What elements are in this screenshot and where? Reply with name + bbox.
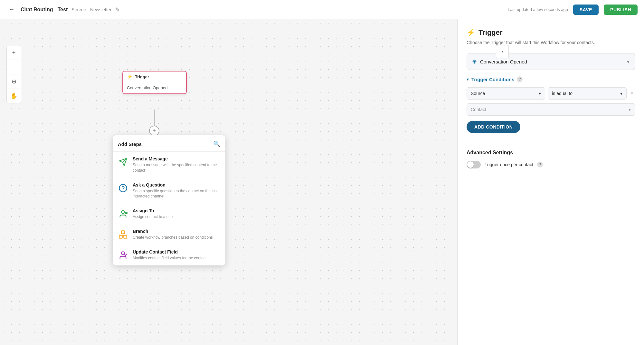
- right-panel: ⚡ Trigger Choose the Trigger that will s…: [457, 19, 644, 345]
- trigger-conditions-label: Trigger Conditions: [471, 77, 514, 82]
- panel-description: Choose the Trigger that will start this …: [467, 39, 635, 46]
- workflow-canvas: + − ⊕ ✋ › ⚡ Trigger Conversation Opened …: [0, 19, 509, 345]
- edit-icon[interactable]: ✎: [115, 6, 119, 13]
- workspace-subtitle: Serene - Newsletter: [71, 7, 111, 12]
- hand-tool-button[interactable]: ✋: [8, 90, 20, 102]
- trigger-node-title: Trigger: [135, 74, 149, 79]
- publish-button[interactable]: PUBLISH: [604, 5, 638, 15]
- toggle-knob: [467, 161, 474, 168]
- trigger-node-header: ⚡ Trigger: [123, 72, 186, 82]
- list-item[interactable]: Ask a Question Send a specific question …: [113, 178, 225, 204]
- add-steps-title: Add Steps: [118, 141, 142, 147]
- equals-label: is equal to: [552, 91, 573, 96]
- list-item[interactable]: Assign To Assign contact to a user: [113, 204, 225, 224]
- trigger-node-body: Conversation Opened: [123, 82, 186, 93]
- branch-content: Branch Create workflow branches based on…: [133, 229, 220, 240]
- assign-to-desc: Assign contact to a user: [133, 214, 220, 220]
- controls-divider: [8, 60, 20, 60]
- source-chevron-icon: ▾: [539, 91, 541, 96]
- trigger-node[interactable]: ⚡ Trigger Conversation Opened: [122, 71, 187, 94]
- toggle-label: Trigger once per contact: [485, 162, 533, 167]
- update-contact-content: Update Contact Field Modifies contact fi…: [133, 249, 220, 261]
- save-button[interactable]: SAVE: [573, 5, 599, 15]
- assign-to-title: Assign To: [133, 208, 220, 213]
- assign-to-content: Assign To Assign contact to a user: [133, 208, 220, 220]
- contact-select[interactable]: Contact ▾: [467, 103, 635, 116]
- advanced-settings: Advanced Settings Trigger once per conta…: [467, 150, 635, 168]
- toggle-row: Trigger once per contact ?: [467, 161, 635, 168]
- contact-chevron-icon: ▾: [629, 107, 631, 112]
- branch-desc: Create workflow branches based on condit…: [133, 235, 220, 240]
- advanced-settings-title: Advanced Settings: [467, 150, 635, 156]
- controls-divider-2: [8, 74, 20, 74]
- conditions-header: ▾ Trigger Conditions ?: [467, 76, 635, 82]
- svg-point-13: [121, 252, 124, 254]
- collapse-panel-button[interactable]: ›: [496, 45, 509, 58]
- branch-title: Branch: [133, 229, 220, 234]
- add-steps-header: Add Steps 🔍: [113, 135, 225, 152]
- chevron-down-icon: ▾: [627, 59, 630, 65]
- svg-point-4: [121, 211, 124, 214]
- toggle-help-icon[interactable]: ?: [537, 162, 543, 168]
- ask-question-content: Ask a Question Send a specific question …: [133, 182, 220, 199]
- svg-rect-8: [124, 235, 127, 238]
- panel-title: Trigger: [478, 28, 503, 37]
- header-right: Last updated a few seconds ago SAVE PUBL…: [508, 5, 638, 15]
- svg-rect-9: [121, 231, 124, 234]
- branch-icon: [118, 229, 128, 240]
- trigger-dropdown-left: ⊕ Conversation Opened: [472, 58, 527, 65]
- zoom-out-button[interactable]: −: [8, 61, 20, 73]
- source-select[interactable]: Source ▾: [467, 87, 545, 100]
- center-button[interactable]: ⊕: [8, 76, 20, 87]
- equals-select[interactable]: is equal to ▾: [548, 87, 626, 100]
- update-contact-title: Update Contact Field: [133, 249, 220, 254]
- source-label: Source: [471, 91, 485, 96]
- back-button[interactable]: ←: [6, 5, 17, 15]
- search-button[interactable]: 🔍: [213, 140, 220, 148]
- panel-lightning-icon: ⚡: [467, 28, 475, 37]
- trigger-once-toggle[interactable]: [467, 161, 481, 168]
- send-message-icon: [118, 157, 128, 167]
- list-item[interactable]: Update Contact Field Modifies contact fi…: [113, 245, 225, 265]
- ask-question-desc: Send a specific question to the contact …: [133, 188, 220, 199]
- add-condition-button[interactable]: ADD CONDITION: [467, 121, 520, 133]
- trigger-lightning-icon: ⚡: [127, 74, 132, 79]
- list-item[interactable]: Branch Create workflow branches based on…: [113, 224, 225, 245]
- last-updated-text: Last updated a few seconds ago: [508, 7, 568, 12]
- list-item[interactable]: Send a Message Send a message with the s…: [113, 152, 225, 178]
- page-title: Chat Routing - Test: [21, 7, 68, 13]
- trigger-type-dropdown[interactable]: ⊕ Conversation Opened ▾: [467, 53, 635, 70]
- trigger-dropdown-label: Conversation Opened: [480, 59, 527, 64]
- assign-to-icon: [118, 209, 128, 219]
- canvas-controls: + − ⊕ ✋: [6, 45, 21, 103]
- ask-question-title: Ask a Question: [133, 182, 220, 187]
- equals-chevron-icon: ▾: [620, 91, 622, 96]
- update-contact-desc: Modifies contact field values for the co…: [133, 255, 220, 261]
- send-message-content: Send a Message Send a message with the s…: [133, 156, 220, 173]
- send-message-desc: Send a message with the specified conten…: [133, 162, 220, 173]
- ask-question-icon: [118, 183, 128, 193]
- header: ← Chat Routing - Test Serene - Newslette…: [0, 0, 644, 19]
- panel-title-row: ⚡ Trigger: [467, 28, 635, 37]
- remove-condition-button[interactable]: ×: [629, 89, 635, 98]
- contact-placeholder: Contact: [471, 107, 486, 112]
- controls-divider-3: [8, 89, 20, 89]
- send-message-title: Send a Message: [133, 156, 220, 161]
- header-left: ← Chat Routing - Test Serene - Newslette…: [6, 5, 119, 15]
- trigger-dropdown-icon: ⊕: [472, 58, 477, 65]
- connector-line: [154, 110, 155, 126]
- source-condition-row: Source ▾ is equal to ▾ ×: [467, 87, 635, 100]
- conditions-chevron-icon[interactable]: ▾: [467, 77, 469, 82]
- zoom-in-button[interactable]: +: [8, 47, 20, 58]
- conditions-help-icon[interactable]: ?: [517, 76, 523, 82]
- svg-rect-7: [119, 235, 122, 238]
- add-step-button[interactable]: +: [149, 126, 159, 136]
- add-steps-panel: Add Steps 🔍 Send a Message Send a messag…: [113, 135, 225, 265]
- update-contact-icon: [118, 250, 128, 260]
